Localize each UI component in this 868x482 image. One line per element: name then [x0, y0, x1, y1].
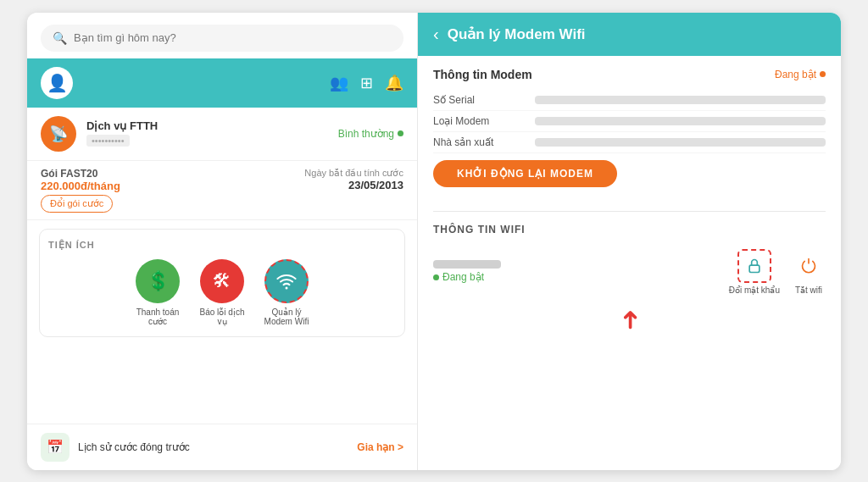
right-content: Thông tin Modem Đang bật Số Serial Loại …: [418, 56, 841, 470]
wifi-actions: Đổi mật khẩu Tắt wifi: [729, 249, 826, 295]
util-label-modem: Quản lý Modem Wifi: [261, 307, 312, 326]
history-icon: 📅: [41, 433, 70, 462]
search-bar: 🔍: [27, 13, 417, 58]
teal-bar: 👤 👥 ⊞ 🔔: [27, 58, 417, 108]
plan-start-date: 23/05/2013: [304, 179, 403, 191]
utilities-box: TIỆN ÍCH 💲 Thanh toán cước 🛠 Báo lỗi dịc…: [39, 229, 405, 337]
wifi-status-text: Đang bật: [442, 271, 484, 283]
serial-value: [535, 96, 826, 104]
wifi-status-dot: [433, 274, 439, 280]
left-panel: 🔍 👤 👥 ⊞ 🔔 📡 Dịch vụ FTTH •••••••••• Bình…: [27, 13, 417, 470]
manufacturer-value: [535, 138, 826, 147]
qr-icon[interactable]: ⊞: [360, 74, 373, 92]
wifi-name-blur: [433, 260, 501, 269]
type-row: Loại Modem: [433, 111, 826, 132]
utilities-items: 💲 Thanh toán cước 🛠 Báo lỗi dịch vụ: [48, 259, 396, 326]
plan-left: Gói FAST20 220.000đ/tháng Đổi gói cước: [41, 168, 304, 213]
modem-info-title: Thông tin Modem: [433, 68, 532, 81]
history-row: 📅 Lịch sử cước đóng trước Gia hạn >: [27, 424, 417, 470]
util-item-modem[interactable]: Quản lý Modem Wifi: [261, 259, 312, 326]
modem-status-dot: [820, 71, 826, 77]
modem-info-section: Thông tin Modem Đang bật Số Serial Loại …: [433, 68, 826, 212]
search-wrap: 🔍: [41, 25, 403, 52]
service-name: Dịch vụ FTTH: [86, 119, 328, 132]
right-panel: ‹ Quản lý Modem Wifi Thông tin Modem Đan…: [417, 13, 841, 470]
power-icon: [792, 249, 826, 283]
right-header: ‹ Quản lý Modem Wifi: [418, 13, 841, 56]
service-row: 📡 Dịch vụ FTTH •••••••••• Bình thường: [27, 108, 417, 161]
util-label-payment: Thanh toán cước: [132, 307, 183, 326]
modem-status: Đang bật: [775, 69, 826, 80]
wifi-action-label-off: Tắt wifi: [795, 285, 822, 295]
search-input[interactable]: [74, 31, 392, 44]
service-id: ••••••••••: [86, 135, 130, 147]
manufacturer-label: Nhà sản xuất: [433, 136, 535, 148]
wifi-name-block: Đang bật: [433, 260, 501, 283]
service-info: Dịch vụ FTTH ••••••••••: [86, 119, 328, 147]
util-item-payment[interactable]: 💲 Thanh toán cước: [132, 259, 183, 326]
util-item-report[interactable]: 🛠 Báo lỗi dịch vụ: [197, 259, 248, 326]
plan-name: Gói FAST20: [41, 168, 304, 180]
plan-right: Ngày bắt đầu tính cước 23/05/2013: [304, 168, 403, 191]
service-status: Bình thường: [338, 128, 403, 140]
wifi-action-label-password: Đổi mật khẩu: [729, 285, 780, 295]
lock-icon: [737, 249, 771, 283]
svg-point-0: [286, 286, 288, 289]
modem-status-text: Đang bật: [775, 69, 816, 80]
manufacturer-row: Nhà sản xuất: [433, 132, 826, 153]
arrow-annotation: ➜: [433, 307, 826, 332]
plan-start-label: Ngày bắt đầu tính cước: [304, 168, 403, 179]
wifi-change-password[interactable]: Đổi mật khẩu: [729, 249, 780, 295]
serial-row: Số Serial: [433, 90, 826, 111]
wifi-section-title: THÔNG TIN WIFI: [433, 224, 826, 235]
util-label-report: Báo lỗi dịch vụ: [197, 307, 248, 326]
history-label: Lịch sử cước đóng trước: [78, 441, 348, 453]
service-status-text: Bình thường: [338, 128, 394, 140]
type-value: [535, 117, 826, 125]
wifi-turn-off[interactable]: Tắt wifi: [792, 249, 826, 295]
restart-button[interactable]: KHỞI ĐỘNG LẠI MODEM: [433, 160, 617, 187]
history-action[interactable]: Gia hạn >: [357, 441, 403, 453]
avatar: 👤: [41, 67, 73, 99]
util-icon-report: 🛠: [200, 259, 244, 303]
status-dot: [398, 130, 403, 136]
type-label: Loại Modem: [433, 115, 535, 127]
search-icon: 🔍: [53, 31, 67, 45]
util-icon-payment: 💲: [136, 259, 180, 303]
bell-icon[interactable]: 🔔: [385, 74, 403, 92]
modem-info-header: Thông tin Modem Đang bật: [433, 68, 826, 81]
back-button[interactable]: ‹: [433, 25, 439, 44]
wifi-status: Đang bật: [433, 271, 501, 283]
red-arrow-icon: ➜: [617, 308, 643, 330]
app-container: 🔍 👤 👥 ⊞ 🔔 📡 Dịch vụ FTTH •••••••••• Bình…: [27, 13, 841, 470]
wifi-section: THÔNG TIN WIFI Đang bật: [433, 224, 826, 332]
plan-price: 220.000đ/tháng: [41, 180, 304, 192]
util-icon-modem: [264, 259, 309, 303]
teal-bar-icons: 👥 ⊞ 🔔: [330, 74, 403, 92]
plan-row: Gói FAST20 220.000đ/tháng Đổi gói cước N…: [27, 161, 417, 220]
svg-rect-1: [749, 265, 760, 272]
serial-label: Số Serial: [433, 94, 535, 106]
group-icon[interactable]: 👥: [330, 74, 348, 92]
plan-change-button[interactable]: Đổi gói cước: [41, 195, 113, 213]
right-title: Quản lý Modem Wifi: [448, 25, 586, 43]
service-icon: 📡: [41, 116, 76, 152]
utilities-title: TIỆN ÍCH: [48, 240, 396, 251]
wifi-row: Đang bật Đổi mật khẩu: [433, 244, 826, 300]
